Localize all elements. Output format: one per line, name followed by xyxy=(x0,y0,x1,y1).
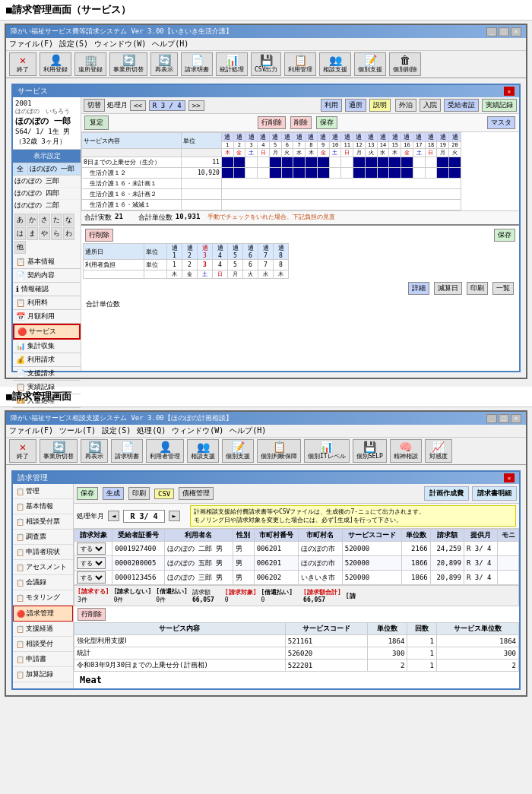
w2-toolbar-level[interactable]: 📊個別ITレベル xyxy=(304,439,350,463)
save-btn1[interactable]: 保存 xyxy=(316,116,337,129)
print-btn[interactable]: 印刷 xyxy=(467,282,488,295)
s2d11[interactable] xyxy=(341,168,353,179)
toolbar-stats[interactable]: 📊統計処理 xyxy=(216,52,248,76)
service-close-btn[interactable]: ✕ xyxy=(504,87,515,96)
close-btn[interactable]: ✕ xyxy=(511,27,521,36)
s2d14[interactable] xyxy=(377,168,389,179)
bnav-application[interactable]: 📋申請書 xyxy=(13,652,73,667)
billing-print-btn[interactable]: 印刷 xyxy=(128,487,150,500)
billing-inner-close[interactable]: ✕ xyxy=(504,473,515,482)
s2d12[interactable] xyxy=(353,168,366,179)
toolbar-csv[interactable]: 💾CSV出力 xyxy=(251,52,281,76)
w2-menu-help[interactable]: ヘルプ(H) xyxy=(230,425,266,436)
bnav-basic[interactable]: 📋基本情報 xyxy=(13,499,73,514)
kana-ya[interactable]: や xyxy=(39,227,50,240)
s1d10[interactable] xyxy=(329,157,341,168)
s2d2[interactable] xyxy=(233,168,245,179)
s1d19[interactable] xyxy=(437,157,449,168)
s2d9[interactable] xyxy=(317,168,329,179)
name-item-4[interactable]: ほのぼの 二郎 xyxy=(13,200,81,212)
w2-minimize-btn[interactable]: _ xyxy=(486,414,497,423)
w2-toolbar-judge[interactable]: 📋個別判断保障 xyxy=(257,439,301,463)
s1d3[interactable] xyxy=(245,157,258,168)
toolbar-refresh[interactable]: 🔄再表示 xyxy=(150,52,178,76)
nav-info-confirm[interactable]: ℹ情報確認 xyxy=(13,283,81,296)
billing-month-next[interactable]: ► xyxy=(169,511,180,521)
kana-ta[interactable]: た xyxy=(51,214,62,226)
toolbar-distant-reg[interactable]: 🏢遠所登録 xyxy=(74,52,106,76)
w2-maximize-btn[interactable]: □ xyxy=(499,414,509,423)
s1d7[interactable] xyxy=(293,157,306,168)
menu-window[interactable]: ウィンドウ(W) xyxy=(94,39,146,49)
s1d2[interactable] xyxy=(233,157,245,168)
toolbar-exit[interactable]: ✕終了 xyxy=(9,52,36,76)
nav-usage-fee[interactable]: 📋利用料 xyxy=(13,296,81,310)
usage-btn[interactable]: 利用 xyxy=(321,99,342,112)
bnav-consult[interactable]: 📋相談受付票 xyxy=(13,514,73,530)
reduction-date-btn[interactable]: 減算日 xyxy=(434,282,462,295)
s2d5[interactable] xyxy=(269,168,281,179)
explain-btn[interactable]: 説明 xyxy=(369,99,391,112)
w2-menu-window[interactable]: ウィンドウ(W) xyxy=(172,425,223,436)
tsusho-btn[interactable]: 通所 xyxy=(345,99,366,112)
kana-wa[interactable]: わ xyxy=(63,227,74,240)
nav-support-billing[interactable]: 📄支援請求 xyxy=(13,367,81,381)
nav-service[interactable]: 🔴サービス xyxy=(13,324,81,340)
bnav-meeting[interactable]: 📋会議録 xyxy=(13,575,73,590)
display-settings[interactable]: 表示設定 xyxy=(13,150,81,163)
toolbar-consult[interactable]: 👥相談支援 xyxy=(319,52,351,76)
s2d13[interactable] xyxy=(365,168,377,179)
s1d4[interactable] xyxy=(258,157,270,168)
bnav-billing[interactable]: 🔴請求管理 xyxy=(13,606,73,622)
toolbar-individual[interactable]: 📝個別支援 xyxy=(354,52,386,76)
nav-billing[interactable]: 💰利用請求 xyxy=(13,353,81,367)
bnav-monitoring[interactable]: 📋モタリング xyxy=(13,590,73,606)
kana-sa[interactable]: さ xyxy=(39,214,50,226)
w2-toolbar-refresh[interactable]: 🔄再表示 xyxy=(81,439,108,463)
menu-settings[interactable]: 設定(S) xyxy=(59,39,88,49)
billing-month-prev[interactable]: ◄ xyxy=(108,511,119,521)
w2-toolbar-mental[interactable]: 🧠精神相談 xyxy=(390,439,422,463)
s2d4[interactable] xyxy=(258,168,270,179)
s2d7[interactable] xyxy=(293,168,306,179)
nav-contract[interactable]: 📄契約内容 xyxy=(13,269,81,283)
s1d12[interactable] xyxy=(353,157,366,168)
bnav-applicant[interactable]: 📋申請者現状 xyxy=(13,545,73,560)
kana-na[interactable]: な xyxy=(63,214,74,226)
kana-ra[interactable]: ら xyxy=(51,227,62,240)
row-delete-btn2[interactable]: 行削除 xyxy=(85,229,113,242)
s1d14[interactable] xyxy=(377,157,389,168)
s1d9[interactable] xyxy=(317,157,329,168)
hospitalize-btn[interactable]: 入院 xyxy=(420,99,441,112)
w2-menu-tools[interactable]: ツール(T) xyxy=(59,425,96,436)
name-item-3[interactable]: ほのぼの 四郎 xyxy=(13,188,81,200)
kana-other[interactable]: 他 xyxy=(14,241,26,254)
w2-menu-settings[interactable]: 設定(S) xyxy=(102,425,131,436)
kana-ma[interactable]: ま xyxy=(27,227,38,240)
menu-help[interactable]: ヘルプ(H) xyxy=(152,39,188,49)
toolbar-user-reg[interactable]: 👤利用登録 xyxy=(40,52,71,76)
overnight-btn[interactable]: 外泊 xyxy=(395,99,416,112)
bnav-survey[interactable]: 📋調査票 xyxy=(13,530,73,545)
w2-toolbar-exit[interactable]: ✕終了 xyxy=(9,439,36,463)
bnav-support[interactable]: 📋支援経過 xyxy=(13,622,73,637)
minimize-btn[interactable]: _ xyxy=(486,27,497,36)
w2-close-btn[interactable]: ✕ xyxy=(511,414,521,423)
certificate-btn[interactable]: 受給者証 xyxy=(444,99,479,112)
s2d18[interactable] xyxy=(425,168,437,179)
row2-target-select[interactable]: する xyxy=(77,557,106,569)
nav-monthly[interactable]: 📅月額利用 xyxy=(13,310,81,324)
s2d6[interactable] xyxy=(281,168,293,179)
w2-toolbar-invoice[interactable]: 📄請求明書 xyxy=(111,439,143,463)
maximize-btn[interactable]: □ xyxy=(499,27,509,36)
s1d11[interactable] xyxy=(341,157,353,168)
w2-toolbar-user[interactable]: 👤利用者管理 xyxy=(146,439,184,463)
switch-btn[interactable]: 切替 xyxy=(84,99,105,112)
next-next-btn[interactable]: >> xyxy=(188,100,204,111)
toolbar-delete[interactable]: 🗑個別削除 xyxy=(389,52,421,76)
billing-debt-btn[interactable]: 債権管理 xyxy=(179,487,214,500)
s1d1[interactable] xyxy=(221,157,233,168)
s1d13[interactable] xyxy=(365,157,377,168)
list-btn[interactable]: 一覧 xyxy=(492,282,514,295)
s1d5[interactable] xyxy=(269,157,281,168)
